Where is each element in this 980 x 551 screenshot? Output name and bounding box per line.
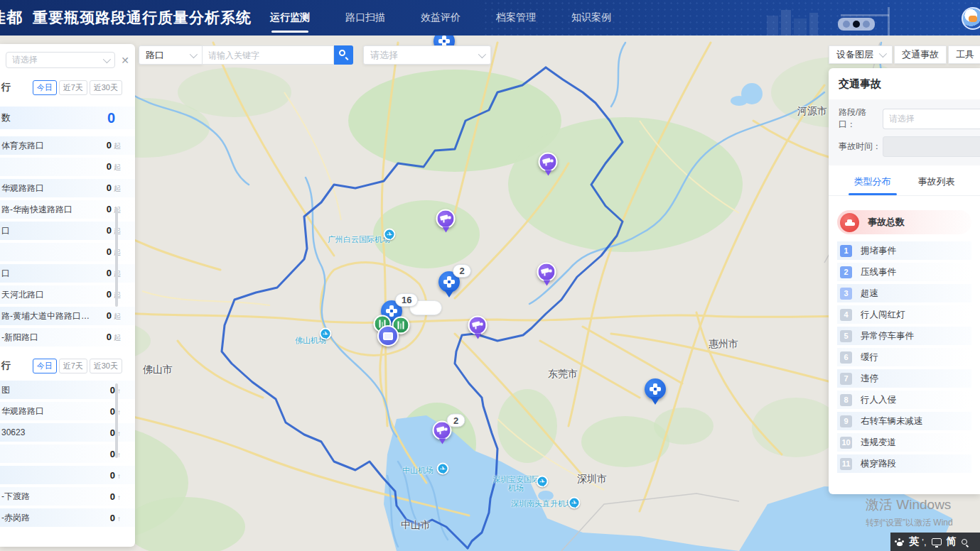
nav-item-知识案例[interactable]: 知识案例 [570,11,613,24]
accident-type-row[interactable]: 8行人入侵 [837,391,971,409]
rank-badge: 6 [840,351,852,364]
camera-marker[interactable] [539,153,558,172]
left-ranking-panel: 请选择 ✕ 行今日近7天近30天数0体育东路口0起0起华观路路口0起路-华南快速… [0,44,135,547]
list-item[interactable]: 0↑ [0,466,135,484]
list-scrollbar[interactable] [115,383,118,458]
ime-charset-toggle[interactable]: 简 [947,535,957,548]
accident-type-row[interactable]: 7违停 [837,369,971,388]
search-button[interactable] [334,45,353,65]
list-item-name: 口 [1,225,10,237]
list-scrollbar[interactable] [115,207,118,307]
time-filter-今日[interactable]: 今日 [33,359,57,373]
brand-logo: 佳都 [0,7,23,28]
assistant-mascot-icon[interactable] [962,7,980,30]
nav-item-档案管理[interactable]: 档案管理 [495,11,537,24]
keyword-input[interactable] [203,45,334,65]
accident-type-row[interactable]: 4行人闯红灯 [837,305,971,324]
list-item-name: 华观路路口 [1,182,44,195]
ranking-section-header: 行今日近7天近30天 [1,359,122,373]
camera-marker[interactable]: 2 [433,421,452,440]
intersection-cross-icon [443,276,455,288]
sidebar-select[interactable]: 请选择 [6,52,115,68]
list-item-name: -新阳路口 [1,332,38,344]
car-accident-icon [840,213,859,232]
nav-item-效益评价[interactable]: 效益评价 [419,11,462,24]
ime-logo-icon[interactable] [895,538,904,546]
accident-total-row: 数0 [0,107,135,129]
marker-count-badge: 2 [453,264,471,278]
marker-circle [537,263,556,282]
airport-label: 深圳南头直升机场 [511,499,574,508]
time-filter-近7天[interactable]: 近7天 [59,359,87,373]
count-unit: 起 [114,312,121,320]
city-label-中山市: 中山市 [401,519,431,532]
accident-type-row[interactable]: 1拥堵事件 [837,241,971,260]
accident-type-row[interactable]: 5异常停车事件 [837,327,971,345]
trend-up-icon: ↑ [117,515,121,523]
list-item[interactable]: -新阳路口0起 [0,328,135,347]
list-item[interactable]: -下渡路0↑ [0,487,135,506]
accident-type-label: 异常停车事件 [861,330,914,342]
monitor-marker[interactable] [377,325,399,347]
rank-badge: 11 [840,458,852,470]
list-item[interactable]: 体育东路口0起 [0,136,135,155]
close-icon[interactable]: ✕ [121,55,129,65]
panel-tabs: 类型分布 事故列表 [829,175,980,196]
cctv-camera-icon [441,215,451,223]
list-item[interactable]: -赤岗路0↑ [0,508,135,527]
accident-time-input[interactable] [883,136,980,157]
ime-lang-toggle[interactable]: 英 [909,535,919,548]
map-filter-bar: 路口 请选择 [139,45,491,65]
section-title-fragment: 行 [1,359,11,372]
airport-pin-icon: ✈ [569,497,581,509]
list-item[interactable]: 路-黄埔大道中路路口…0起 [0,307,135,325]
intersection-marker[interactable] [645,378,666,400]
toolbar-button-交通事故[interactable]: 交通事故 [894,45,947,64]
accident-type-row[interactable]: 6缓行 [837,348,971,366]
count-unit: 起 [114,142,121,150]
accident-type-row[interactable]: 10违规变道 [837,433,971,452]
tab-type-distribution[interactable]: 类型分布 [854,175,891,188]
toolbar-button-工具[interactable]: 工具 [948,45,980,64]
tab-accident-list[interactable]: 事故列表 [918,175,955,188]
toolbar-button-label: 工具 [956,48,974,61]
keyboard-icon[interactable] [932,538,942,545]
list-item-count: 0↑ [110,513,121,523]
area-select[interactable]: 请选择 [363,45,491,65]
city-label-河源市: 河源市 [797,105,827,118]
time-filter-近30天[interactable]: 近30天 [90,80,122,95]
accident-type-row[interactable]: 11横穿路段 [837,454,971,473]
nav-item-运行监测[interactable]: 运行监测 [269,11,311,24]
camera-marker[interactable] [468,316,488,335]
ime-language-bar[interactable]: 英 ’, 简 [890,533,980,551]
time-filter-近7天[interactable]: 近7天 [59,80,87,95]
city-label-惠州市: 惠州市 [709,338,738,351]
accident-total-row[interactable]: 事故总数 [837,210,971,234]
city-label-东莞市: 东莞市 [548,368,578,381]
list-item[interactable]: 0起 [0,158,135,176]
airport-pin-icon: ✈ [537,476,549,488]
marker-tail [650,397,660,410]
toolbar-button-设备图层[interactable]: 设备图层 [829,45,893,64]
nav-item-路口扫描[interactable]: 路口扫描 [344,11,387,24]
list-item[interactable]: 华观路路口0起 [0,179,135,197]
category-select[interactable]: 路口 [139,45,203,65]
road-select-input[interactable]: 请选择 [883,109,980,129]
form-row: 事故时间： [839,136,980,157]
marker-circle [468,316,488,335]
time-filter-今日[interactable]: 今日 [33,80,57,95]
input-placeholder: 请选择 [889,113,915,125]
marker-tail [543,280,550,290]
ime-search-icon[interactable] [962,539,967,545]
camera-marker[interactable] [436,209,456,229]
accident-type-row[interactable]: 9右转车辆未减速 [837,412,971,430]
ime-punct-toggle[interactable]: ’, [922,537,927,547]
accident-type-row[interactable]: 3超速 [837,284,971,302]
time-filter-近30天[interactable]: 近30天 [90,359,122,373]
list-item-count: 0↑ [110,491,121,502]
accident-type-row[interactable]: 2压线事件 [837,263,971,281]
accident-type-label: 压线事件 [861,266,896,278]
intersection-marker[interactable]: 2 [438,271,460,293]
marker-tail [544,170,551,180]
camera-marker[interactable] [537,263,556,282]
